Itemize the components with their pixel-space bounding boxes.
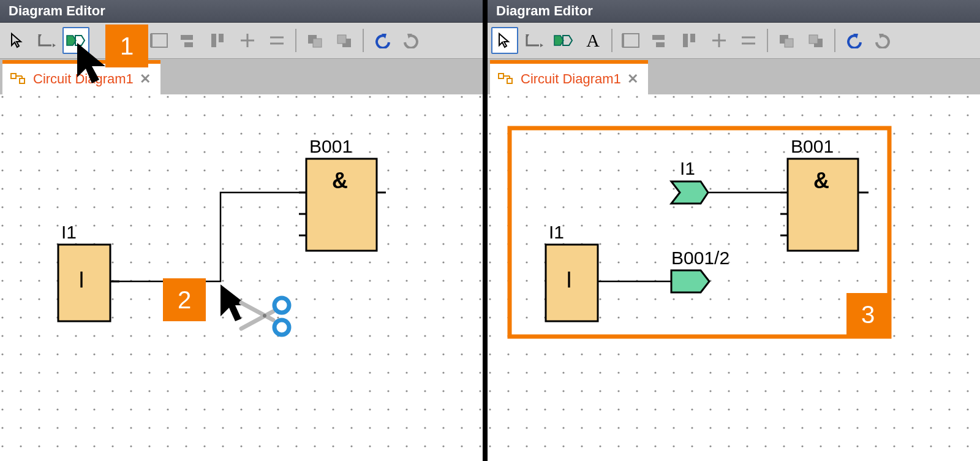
svg-line-27 — [241, 303, 273, 320]
svg-rect-15 — [20, 78, 24, 83]
diagram-canvas[interactable]: B001 & I1 I I1 B001/2 — [488, 94, 980, 461]
left-pane: Diagram Editor — [0, 0, 483, 461]
connector-label-b001-2: B001/2 — [671, 248, 729, 269]
block-label-b001: B001 — [791, 136, 834, 157]
svg-point-30 — [274, 320, 289, 335]
cut-join-tool-button[interactable] — [550, 27, 577, 54]
block-symbol-and: & — [332, 168, 348, 194]
toolbar-separator — [611, 29, 612, 52]
tab-circuit-diagram1[interactable]: Circuit Diagram1 ✕ — [490, 60, 648, 94]
connect-tool-button[interactable] — [521, 27, 548, 54]
window-title: Diagram Editor — [0, 0, 483, 23]
block-label-i1: I1 — [549, 222, 564, 243]
svg-line-28 — [241, 311, 273, 329]
block-label-b001: B001 — [309, 136, 352, 157]
toolbar-separator — [363, 29, 364, 52]
diagram-icon — [10, 72, 27, 86]
tab-strip: Circuit Diagram1 ✕ — [488, 59, 980, 94]
svg-point-31 — [263, 314, 266, 318]
block-symbol-input: I — [78, 267, 85, 293]
tab-close-button[interactable]: ✕ — [627, 71, 638, 87]
svg-rect-5 — [219, 34, 224, 42]
callout-3: 3 — [846, 293, 889, 336]
toolbar-separator — [295, 29, 296, 52]
svg-rect-37 — [690, 34, 695, 42]
svg-rect-0 — [151, 34, 167, 47]
distribute-h-button[interactable] — [706, 27, 733, 54]
svg-rect-46 — [499, 74, 503, 78]
redo-button[interactable] — [870, 27, 897, 54]
bring-front-button[interactable] — [301, 27, 328, 54]
svg-point-29 — [274, 298, 289, 313]
toolbar-separator — [834, 29, 835, 52]
redo-button[interactable] — [398, 27, 425, 54]
svg-rect-35 — [656, 42, 665, 47]
text-tool-button[interactable]: A — [579, 27, 606, 54]
distribute-v-button[interactable] — [263, 27, 290, 54]
svg-rect-3 — [184, 42, 193, 47]
svg-rect-32 — [623, 34, 639, 47]
svg-rect-13 — [337, 35, 346, 44]
bring-front-button[interactable] — [773, 27, 800, 54]
svg-rect-36 — [683, 34, 688, 47]
undo-button[interactable] — [369, 27, 396, 54]
align-top-button[interactable] — [676, 27, 703, 54]
send-back-button[interactable] — [802, 27, 829, 54]
align-left-button[interactable] — [146, 27, 173, 54]
svg-rect-14 — [11, 74, 16, 78]
callout-2: 2 — [163, 278, 206, 321]
svg-rect-4 — [211, 34, 216, 47]
svg-rect-45 — [809, 35, 818, 44]
cursor-icon — [71, 39, 108, 86]
diagram-canvas[interactable]: B001 & I1 I — [0, 94, 483, 461]
block-symbol-and: & — [813, 168, 829, 194]
select-tool-button[interactable] — [491, 27, 518, 54]
svg-rect-43 — [785, 39, 793, 47]
right-pane: Diagram Editor A — [488, 0, 980, 461]
connect-tool-button[interactable] — [33, 27, 60, 54]
block-label-i1: I1 — [61, 222, 77, 243]
align-right-button[interactable] — [647, 27, 674, 54]
undo-button[interactable] — [840, 27, 867, 54]
svg-rect-34 — [652, 35, 665, 40]
block-symbol-input: I — [566, 267, 572, 293]
distribute-v-button[interactable] — [735, 27, 762, 54]
connector-label-i1: I1 — [680, 158, 695, 179]
tab-close-button[interactable]: ✕ — [140, 71, 151, 87]
svg-rect-11 — [313, 39, 322, 47]
svg-rect-2 — [181, 35, 193, 40]
distribute-h-button[interactable] — [234, 27, 261, 54]
align-left-button[interactable] — [617, 27, 644, 54]
align-right-button[interactable] — [175, 27, 202, 54]
pane-divider — [483, 0, 488, 461]
callout-1: 1 — [105, 25, 148, 67]
select-tool-button[interactable] — [4, 27, 31, 54]
toolbar-separator — [767, 29, 768, 52]
align-top-button[interactable] — [205, 27, 232, 54]
toolbar: A — [488, 23, 980, 59]
diagram-icon — [497, 72, 514, 86]
svg-rect-47 — [507, 78, 512, 83]
tab-label: Circuit Diagram1 — [521, 71, 621, 87]
send-back-button[interactable] — [331, 27, 358, 54]
window-title: Diagram Editor — [488, 0, 980, 23]
